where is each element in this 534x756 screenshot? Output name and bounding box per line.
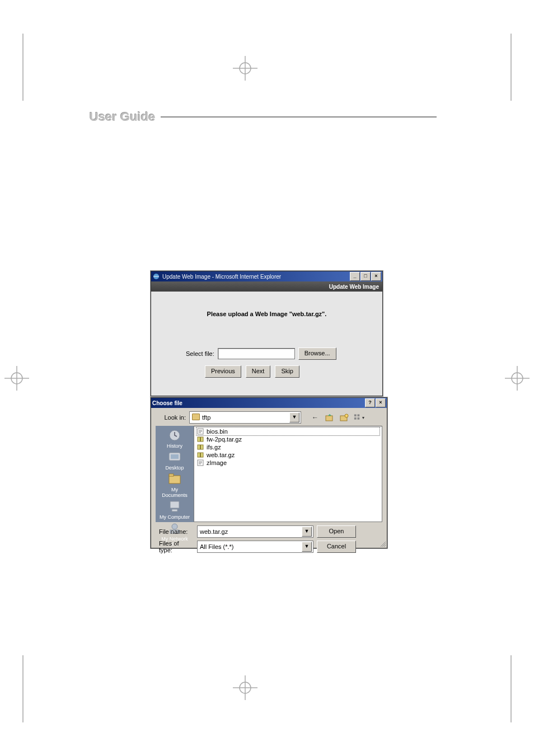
list-item[interactable]: ifs.gz: [196, 443, 380, 451]
file-name: zImage: [207, 459, 227, 467]
screenshot-area: Update Web Image - Microsoft Internet Ex…: [151, 271, 387, 547]
crop-mark: [22, 34, 24, 101]
svg-rect-26: [172, 509, 177, 511]
wizard-buttons: Previous Next Skip: [205, 365, 299, 378]
svg-point-15: [345, 414, 348, 417]
skip-button[interactable]: Skip: [275, 365, 299, 378]
select-file-label: Select file:: [186, 350, 214, 357]
look-in-label: Look in:: [156, 414, 186, 421]
file-name: ifs.gz: [207, 443, 221, 451]
crop-mark: [22, 655, 24, 722]
close-button[interactable]: ×: [371, 272, 381, 281]
files-of-type-value: All Files (*.*): [200, 543, 234, 550]
file-list[interactable]: bios.bin fw-2pq.tar.gz ifs.gz: [194, 426, 382, 522]
svg-rect-24: [169, 474, 174, 476]
place-label: My Computer: [160, 514, 190, 520]
resize-grip-icon[interactable]: [379, 540, 386, 547]
svg-rect-35: [200, 453, 201, 457]
file-name-label: File name:: [156, 528, 194, 535]
svg-rect-31: [200, 437, 201, 442]
new-folder-icon[interactable]: [338, 411, 350, 424]
place-label: My Documents: [162, 487, 188, 498]
back-icon[interactable]: ←: [309, 411, 321, 424]
list-item[interactable]: bios.bin: [196, 428, 380, 435]
views-icon[interactable]: ▾: [353, 411, 365, 424]
places-history[interactable]: History: [158, 428, 191, 449]
files-of-type-label: Files of type:: [156, 540, 194, 553]
chevron-down-icon[interactable]: ▼: [289, 412, 299, 422]
mydocuments-icon: [166, 472, 184, 486]
file-name-value: web.tar.gz: [200, 528, 228, 535]
history-icon: [166, 428, 184, 443]
select-file-row: Select file: Browse...: [186, 348, 336, 360]
ie-titlebar[interactable]: Update Web Image - Microsoft Internet Ex…: [151, 271, 382, 281]
chevron-down-icon[interactable]: ▼: [302, 542, 312, 552]
file-name: fw-2pq.tar.gz: [207, 435, 242, 443]
select-file-input[interactable]: [218, 348, 295, 359]
file-icon: [196, 428, 204, 435]
svg-rect-33: [200, 445, 201, 449]
list-item[interactable]: fw-2pq.tar.gz: [196, 435, 380, 443]
ie-window: Update Web Image - Microsoft Internet Ex…: [151, 271, 383, 396]
mycomputer-icon: [166, 499, 184, 514]
up-one-level-icon[interactable]: [324, 411, 336, 424]
open-button[interactable]: Open: [317, 525, 356, 538]
svg-rect-19: [358, 417, 360, 420]
look-in-dropdown[interactable]: tftp ▼: [189, 411, 301, 424]
look-in-value: tftp: [202, 414, 210, 421]
choose-file-titlebar[interactable]: Choose file ? ×: [151, 398, 387, 408]
places-mydocuments[interactable]: My Documents: [158, 472, 191, 498]
files-of-type-dropdown[interactable]: All Files (*.*) ▼: [197, 541, 313, 553]
archive-icon: [196, 435, 204, 443]
choose-file-title: Choose file: [152, 400, 182, 406]
places-desktop[interactable]: Desktop: [158, 450, 191, 471]
page-title: User Guide: [90, 110, 155, 124]
close-button[interactable]: ×: [376, 398, 386, 407]
registration-target-icon: [505, 366, 530, 391]
section-title-bar: Update Web Image: [151, 281, 382, 292]
archive-icon: [196, 451, 204, 459]
file-icon: [196, 459, 204, 467]
cancel-button[interactable]: Cancel: [317, 541, 356, 553]
choose-file-body: Look in: tftp ▼ ←: [151, 408, 387, 557]
page-header-row: User Guide: [90, 110, 437, 124]
minimize-button[interactable]: _: [350, 272, 360, 281]
svg-rect-17: [358, 414, 360, 416]
list-item[interactable]: zImage: [196, 459, 380, 467]
place-label: Desktop: [165, 465, 184, 471]
desktop-icon: [166, 450, 184, 464]
registration-target-icon: [233, 56, 257, 81]
svg-rect-13: [326, 416, 332, 421]
ie-logo-icon: [152, 273, 160, 280]
file-name: bios.bin: [207, 428, 228, 435]
ie-window-title: Update Web Image - Microsoft Internet Ex…: [162, 274, 281, 280]
archive-icon: [196, 443, 204, 451]
header-divider: [161, 116, 437, 118]
svg-rect-25: [170, 501, 179, 508]
svg-rect-16: [354, 414, 357, 416]
svg-rect-23: [169, 476, 180, 483]
registration-target-icon: [233, 675, 257, 700]
browse-button[interactable]: Browse...: [298, 348, 336, 360]
ie-body: Please upload a Web Image "web.tar.gz". …: [151, 292, 382, 396]
section-title: Update Web Image: [329, 284, 379, 290]
file-name: web.tar.gz: [207, 451, 235, 459]
svg-rect-22: [171, 454, 179, 459]
crop-mark: [510, 34, 512, 101]
maximize-button[interactable]: □: [360, 272, 371, 281]
upload-instruction: Please upload a Web Image "web.tar.gz".: [151, 311, 382, 317]
svg-rect-18: [354, 417, 357, 420]
help-button[interactable]: ?: [365, 398, 375, 407]
choose-file-dialog: Choose file ? × Look in: tftp ▼ ←: [151, 397, 387, 548]
file-name-input[interactable]: web.tar.gz ▼: [197, 525, 313, 538]
registration-target-icon: [4, 366, 29, 391]
crop-mark: [510, 655, 512, 722]
next-button[interactable]: Next: [246, 365, 271, 378]
chevron-down-icon[interactable]: ▼: [302, 527, 312, 537]
folder-icon: [192, 414, 200, 421]
list-item[interactable]: web.tar.gz: [196, 451, 380, 459]
look-in-row: Look in: tftp ▼ ←: [156, 411, 382, 424]
places-mycomputer[interactable]: My Computer: [158, 499, 191, 520]
places-bar: History Desktop My Documents: [156, 426, 194, 522]
previous-button[interactable]: Previous: [205, 365, 241, 378]
